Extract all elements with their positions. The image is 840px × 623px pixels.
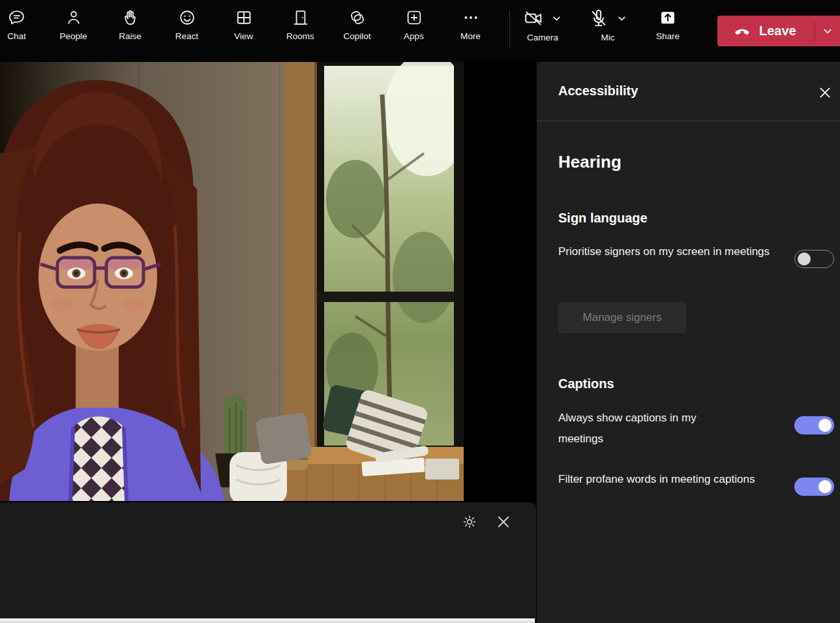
captions-heading: Captions [558, 376, 614, 391]
accessibility-panel: Accessibility Hearing Sign language Prio… [537, 62, 840, 623]
leave-button[interactable]: Leave [717, 16, 840, 46]
view-button[interactable]: View [215, 0, 272, 41]
avatar-video [0, 62, 464, 501]
view-grid-icon [235, 8, 253, 27]
mic-label: Mic [601, 33, 615, 42]
camera-chevron-down-icon[interactable] [552, 14, 562, 23]
apps-icon [405, 8, 423, 27]
chat-label: Chat [7, 31, 26, 41]
camera-control: Camera [510, 0, 575, 42]
view-label: View [234, 31, 253, 41]
raise-hand-icon [121, 8, 140, 27]
more-button[interactable]: More [442, 0, 499, 41]
react-label: React [175, 31, 198, 41]
teams-meeting-window: Chat People Raise [0, 0, 840, 623]
more-label: More [460, 31, 481, 41]
rooms-label: Rooms [286, 31, 314, 41]
meeting-toolbar: Chat People Raise [0, 0, 840, 62]
panel-divider [537, 121, 840, 121]
hang-up-icon [733, 22, 751, 40]
rooms-door-icon [292, 8, 310, 27]
chat-button[interactable]: Chat [0, 0, 45, 41]
mic-chevron-down-icon[interactable] [617, 14, 627, 23]
share-label: Share [656, 31, 680, 41]
sign-language-heading: Sign language [558, 211, 648, 226]
rooms-button[interactable]: Rooms [272, 0, 329, 41]
filter-profane-toggle[interactable] [794, 478, 834, 496]
captions-controls [462, 514, 511, 530]
always-show-captions-label: Always show captions in my meetings [558, 408, 741, 449]
camera-off-icon[interactable] [524, 8, 543, 28]
raise-hand-button[interactable]: Raise [102, 0, 158, 41]
more-ellipsis-icon [462, 8, 480, 27]
close-icon [496, 514, 511, 530]
leave-label: Leave [759, 23, 796, 38]
apps-button[interactable]: Apps [385, 0, 442, 41]
share-icon [659, 8, 677, 27]
apps-label: Apps [404, 31, 424, 41]
filter-profane-label: Filter profane words in meeting captions [558, 469, 755, 490]
raise-hand-label: Raise [119, 31, 142, 41]
camera-label: Camera [527, 33, 558, 42]
share-button[interactable]: Share [640, 0, 695, 41]
panel-close-button[interactable] [818, 85, 832, 100]
copilot-button[interactable]: Copilot [329, 0, 385, 41]
always-show-captions-toggle[interactable] [794, 416, 834, 434]
people-icon [65, 8, 83, 27]
toolbar-left-group: Chat People Raise [0, 0, 499, 41]
leave-chevron-down-icon [822, 26, 833, 37]
panel-title: Accessibility [558, 84, 638, 99]
avatar-video-tile [0, 62, 464, 501]
mic-control: Mic [575, 0, 640, 42]
captions-panel [0, 502, 536, 623]
close-icon [818, 85, 832, 100]
captions-settings-button[interactable] [462, 514, 477, 530]
people-label: People [59, 31, 87, 41]
hearing-heading: Hearing [558, 152, 622, 172]
captions-close-button[interactable] [496, 514, 511, 530]
react-button[interactable]: React [158, 0, 215, 41]
copilot-label: Copilot [343, 31, 370, 41]
mic-muted-icon[interactable] [589, 8, 608, 28]
captions-input-strip [0, 618, 535, 623]
people-button[interactable]: People [45, 0, 102, 41]
prioritise-signers-label: Prioritise signers on my screen in meeti… [558, 241, 770, 262]
copilot-icon [348, 8, 367, 27]
prioritise-signers-toggle[interactable] [794, 250, 834, 268]
gear-icon [462, 514, 477, 530]
react-smiley-icon [178, 8, 196, 27]
manage-signers-button[interactable]: Manage signers [558, 302, 686, 333]
chat-icon [8, 8, 26, 27]
leave-options-button[interactable] [815, 26, 840, 37]
